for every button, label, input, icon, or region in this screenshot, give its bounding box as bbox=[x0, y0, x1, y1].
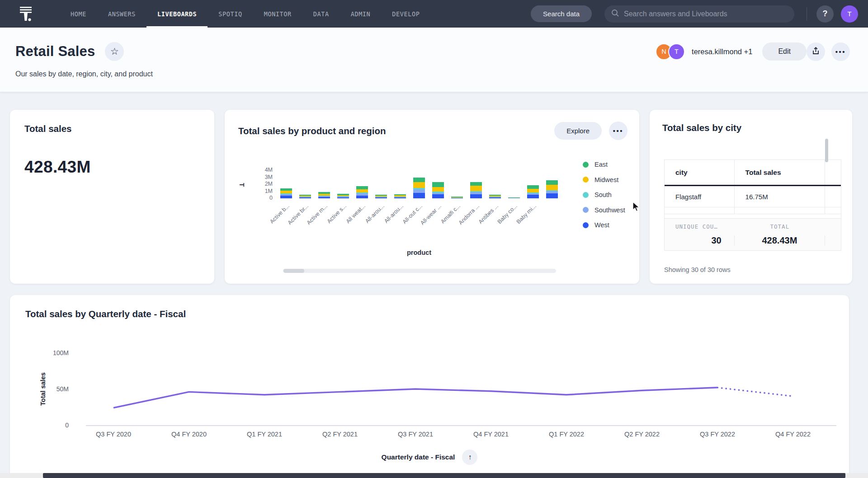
bar-segment-midwest[interactable] bbox=[375, 196, 387, 197]
bar-segment-east[interactable] bbox=[280, 188, 292, 191]
chart-horizontal-scrollbar[interactable] bbox=[283, 269, 556, 273]
collaborator-avatar[interactable]: T bbox=[668, 43, 685, 60]
bar-segment-east[interactable] bbox=[375, 195, 387, 196]
global-search[interactable] bbox=[604, 5, 794, 23]
bar-segment-east[interactable] bbox=[546, 180, 558, 185]
scrollbar-thumb[interactable] bbox=[283, 269, 304, 273]
search-data-button[interactable]: Search data bbox=[531, 5, 592, 22]
bar-segment-south[interactable] bbox=[280, 193, 292, 194]
bar-segment-east[interactable] bbox=[394, 194, 406, 195]
product-bar-chart[interactable] bbox=[277, 170, 561, 198]
nav-item-data[interactable]: DATA bbox=[302, 0, 340, 28]
bar-segment-southwest[interactable] bbox=[470, 192, 482, 194]
column-header-total-sales[interactable]: Total sales bbox=[735, 160, 825, 185]
nav-item-monitor[interactable]: MONITOR bbox=[253, 0, 302, 28]
bar-segment-south[interactable] bbox=[337, 196, 349, 197]
tile-sales-by-city[interactable]: Total sales by city cityTotal salesFlags… bbox=[650, 110, 852, 284]
bar-segment-southwest[interactable] bbox=[337, 197, 349, 197]
bar-segment-south[interactable] bbox=[413, 188, 425, 189]
bar-segment-southwest[interactable] bbox=[432, 193, 444, 195]
edit-button[interactable]: Edit bbox=[762, 42, 807, 61]
tile-quarterly-sales[interactable]: Total sales by Quarterly date - Fiscal T… bbox=[10, 295, 849, 478]
bar-segment-midwest[interactable] bbox=[337, 195, 349, 197]
bar-segment-southwest[interactable] bbox=[318, 196, 330, 197]
bar-segment-west[interactable] bbox=[527, 195, 539, 198]
bar-segment-east[interactable] bbox=[299, 195, 311, 196]
bar-segment-west[interactable] bbox=[413, 193, 425, 198]
bar-segment-southwest[interactable] bbox=[394, 197, 406, 198]
bar-segment-midwest[interactable] bbox=[299, 196, 311, 197]
legend-item-west[interactable]: West bbox=[583, 221, 625, 229]
bar-segment-east[interactable] bbox=[356, 186, 368, 189]
legend-item-south[interactable]: South bbox=[583, 191, 625, 199]
bar-segment-west[interactable] bbox=[470, 194, 482, 198]
bar-segment-midwest[interactable] bbox=[413, 182, 425, 188]
bar-segment-west[interactable] bbox=[546, 193, 558, 198]
bar-segment-east[interactable] bbox=[432, 182, 444, 187]
bar-segment-east[interactable] bbox=[489, 195, 501, 196]
table-row[interactable]: Flagstaff16.75M bbox=[665, 186, 841, 207]
share-button[interactable] bbox=[807, 42, 825, 61]
bar-segment-southwest[interactable] bbox=[546, 191, 558, 193]
bar-segment-southwest[interactable] bbox=[489, 197, 501, 198]
bar-segment-east[interactable] bbox=[318, 192, 330, 193]
table-vertical-scrollbar[interactable] bbox=[825, 139, 828, 162]
bar-segment-midwest[interactable] bbox=[527, 189, 539, 193]
bar-segment-midwest[interactable] bbox=[318, 194, 330, 196]
bar-segment-south[interactable] bbox=[432, 192, 444, 193]
sort-ascending-button[interactable]: ↑ bbox=[462, 450, 477, 465]
bar-segment-south[interactable] bbox=[546, 190, 558, 191]
bar-segment-west[interactable] bbox=[432, 194, 444, 198]
bar-segment-midwest[interactable] bbox=[432, 187, 444, 192]
bar-segment-south[interactable] bbox=[318, 196, 330, 196]
bar-segment-midwest[interactable] bbox=[394, 195, 406, 196]
bar-segment-midwest[interactable] bbox=[546, 185, 558, 190]
nav-item-develop[interactable]: DEVELOP bbox=[381, 0, 430, 28]
bar-segment-southwest[interactable] bbox=[527, 193, 539, 195]
column-header-city[interactable]: city bbox=[665, 160, 735, 185]
nav-item-spotiq[interactable]: SPOTIQ bbox=[208, 0, 253, 28]
user-avatar-button[interactable]: T bbox=[841, 5, 858, 23]
horizontal-scrollbar-thumb[interactable] bbox=[43, 473, 845, 478]
nav-item-answers[interactable]: ANSWERS bbox=[97, 0, 146, 28]
quarterly-line-chart[interactable] bbox=[73, 340, 833, 435]
thoughtspot-logo-icon[interactable] bbox=[16, 4, 35, 24]
legend-item-midwest[interactable]: Midwest bbox=[583, 176, 625, 184]
legend-item-southwest[interactable]: Southwest bbox=[583, 206, 625, 214]
bar-segment-midwest[interactable] bbox=[280, 191, 292, 193]
city-table[interactable]: cityTotal salesFlagstaff16.75MUNIQUE COU… bbox=[664, 159, 841, 251]
bar-segment-east[interactable] bbox=[413, 178, 425, 183]
bar-segment-midwest[interactable] bbox=[470, 186, 482, 191]
explore-button[interactable]: Explore bbox=[554, 122, 602, 140]
bar-segment-southwest[interactable] bbox=[375, 197, 387, 198]
bar-segment-east[interactable] bbox=[337, 194, 349, 195]
more-options-button[interactable]: ••• bbox=[831, 42, 850, 61]
bar-segment-south[interactable] bbox=[527, 192, 539, 193]
bar-segment-midwest[interactable] bbox=[489, 196, 501, 197]
nav-item-home[interactable]: HOME bbox=[60, 0, 97, 28]
tile-product-region[interactable]: Total sales by product and region Explor… bbox=[225, 110, 639, 284]
global-search-input[interactable] bbox=[624, 10, 788, 18]
help-button[interactable]: ? bbox=[816, 5, 834, 23]
favorite-star-button[interactable]: ☆ bbox=[105, 42, 124, 61]
bar-segment-southwest[interactable] bbox=[356, 193, 368, 196]
bar-segment-south[interactable] bbox=[356, 192, 368, 193]
bar-segment-midwest[interactable] bbox=[356, 189, 368, 193]
bar-segment-south[interactable] bbox=[375, 197, 387, 197]
bar-segment-southwest[interactable] bbox=[280, 194, 292, 196]
nav-item-admin[interactable]: ADMIN bbox=[340, 0, 382, 28]
bar-segment-east[interactable] bbox=[470, 182, 482, 186]
horizontal-scrollbar[interactable] bbox=[0, 473, 868, 478]
bar-segment-east[interactable] bbox=[451, 197, 463, 197]
tile-more-options-button[interactable]: ••• bbox=[609, 122, 627, 140]
bar-segment-south[interactable] bbox=[394, 197, 406, 197]
bar-segment-south[interactable] bbox=[470, 191, 482, 192]
bar-segment-midwest[interactable] bbox=[451, 197, 463, 197]
bar-segment-southwest[interactable] bbox=[299, 197, 311, 198]
bar-segment-southwest[interactable] bbox=[413, 189, 425, 193]
bar-segment-south[interactable] bbox=[489, 197, 501, 197]
bar-segment-south[interactable] bbox=[299, 197, 311, 197]
legend-item-east[interactable]: East bbox=[583, 160, 625, 169]
nav-item-liveboards[interactable]: LIVEBOARDS bbox=[146, 0, 208, 28]
tile-total-sales[interactable]: Total sales 428.43M bbox=[10, 110, 214, 284]
